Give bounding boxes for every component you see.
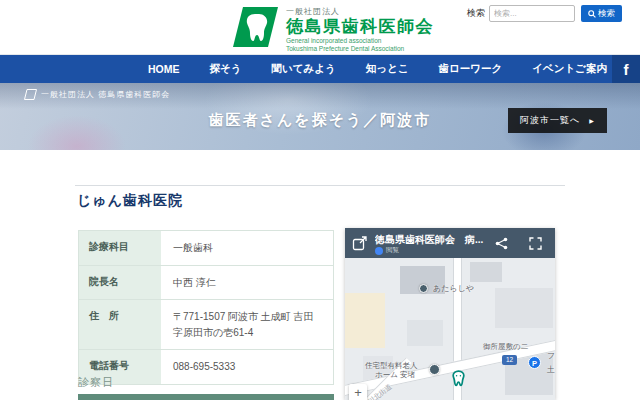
logo-text: 一般社団法人 徳島県歯科医師会 General incorporated ass…: [286, 6, 434, 53]
map-label-goshoyashiki: 御所屋敷の二: [483, 342, 528, 352]
fullscreen-icon[interactable]: [529, 237, 542, 250]
org-type-label: 一般社団法人: [286, 6, 434, 17]
nav-item-shittoko[interactable]: 知っとこ: [366, 62, 409, 76]
open-map-icon[interactable]: [352, 235, 368, 251]
table-row: 住 所 〒771-1507 阿波市 土成町 吉田字原田市の壱61-4: [79, 300, 333, 350]
map-area-block: [345, 293, 385, 348]
map-label-edge2: 土: [547, 364, 555, 375]
search-input[interactable]: [489, 5, 575, 22]
route-shield: 12: [502, 355, 517, 365]
map-label-atarashiya: あたらしや: [433, 283, 474, 294]
awa-city-list-button[interactable]: 阿波市一覧へ ▶: [508, 108, 607, 133]
table-row: 院長名 中西 淳仁: [79, 266, 333, 301]
map-header: 徳島県歯科医師会 病... 閲覧: [345, 228, 555, 258]
row-value-phone: 088-695-5333: [161, 350, 333, 384]
poi-marker[interactable]: [429, 364, 440, 375]
content-divider: [75, 185, 565, 186]
poi-marker[interactable]: [419, 284, 428, 293]
org-name: 徳島県歯科医師会: [286, 17, 434, 37]
dental-association-logo-icon: [233, 6, 279, 48]
awa-city-list-label: 阿波市一覧へ: [520, 114, 580, 127]
search-icon: [588, 10, 596, 18]
table-row: 診療科目 一般歯科: [79, 231, 333, 266]
arrow-right-icon: ▶: [589, 117, 595, 124]
org-name-en-2: Tokushima Prefecture Dental Association: [286, 45, 434, 53]
site-header: 一般社団法人 徳島県歯科医師会 General incorporated ass…: [0, 0, 640, 55]
search-button[interactable]: 検索: [581, 5, 622, 22]
share-icon[interactable]: [495, 237, 508, 250]
map-subtitle: 閲覧: [375, 246, 399, 255]
map-subtitle-text: 閲覧: [386, 246, 399, 255]
clinic-info-table: 診療科目 一般歯科 院長名 中西 淳仁 住 所 〒771-1507 阿波市 土成…: [78, 230, 334, 385]
page-title: じゅん歯科医院: [77, 192, 183, 210]
row-label-director: 院長名: [79, 266, 161, 300]
hero-org-line: 一般社団法人 徳島県歯科医師会: [24, 89, 170, 100]
row-value-address: 〒771-1507 阿波市 土成町 吉田字原田市の壱61-4: [161, 300, 333, 349]
search-label: 検索: [467, 7, 485, 20]
nav-item-home[interactable]: HOME: [148, 63, 180, 75]
google-map-embed[interactable]: あたらしや 御所屋敷の二 12 P フ 土 住宅型有料老人 ホーム 安堵 川北街…: [345, 228, 555, 400]
row-value-director: 中西 淳仁: [161, 266, 333, 300]
nav-item-sagasou[interactable]: 探そう: [210, 62, 242, 76]
parking-marker[interactable]: P: [528, 356, 541, 369]
map-area-block: [470, 262, 502, 282]
row-value-department: 一般歯科: [161, 231, 333, 265]
zoom-in-button[interactable]: +: [349, 384, 367, 400]
schedule-heading: 診察日: [78, 375, 114, 390]
page: 一般社団法人 徳島県歯科医師会 General incorporated ass…: [0, 0, 640, 400]
dental-clinic-marker[interactable]: [451, 370, 466, 387]
site-logo[interactable]: 一般社団法人 徳島県歯科医師会 General incorporated ass…: [233, 6, 434, 53]
map-title: 徳島県歯科医師会 病...: [375, 233, 493, 247]
map-canvas[interactable]: あたらしや 御所屋敷の二 12 P フ 土 住宅型有料老人 ホーム 安堵 川北街…: [345, 258, 555, 400]
map-area-block: [495, 288, 553, 328]
nav-item-events[interactable]: イベントご案内: [532, 62, 607, 76]
map-label-home-line2: ホーム 安堵: [375, 370, 415, 380]
main-nav: HOME 探そう 聞いてみよう 知っとこ 歯ローワーク イベントご案内 f: [0, 55, 640, 83]
hero-logo-icon: [24, 89, 37, 100]
nav-item-kiitemiyou[interactable]: 聞いてみよう: [272, 62, 336, 76]
org-name-en-1: General incorporated association: [286, 37, 434, 45]
schedule-table-header-bar: [78, 394, 334, 400]
search-area: 検索 検索: [467, 5, 622, 22]
hero-org-text: 一般社団法人 徳島県歯科医師会: [41, 89, 170, 100]
facebook-button[interactable]: f: [612, 55, 640, 83]
row-label-department: 診療科目: [79, 231, 161, 265]
nav-item-hellowork[interactable]: 歯ローワーク: [438, 62, 502, 76]
table-row: 電話番号 088-695-5333: [79, 350, 333, 385]
map-area-block: [407, 320, 443, 346]
map-subtitle-badge-icon: [375, 247, 383, 255]
row-label-address: 住 所: [79, 300, 161, 349]
facebook-icon: f: [624, 61, 629, 78]
map-label-edge1: フ: [547, 350, 555, 361]
search-button-label: 検索: [598, 8, 615, 20]
